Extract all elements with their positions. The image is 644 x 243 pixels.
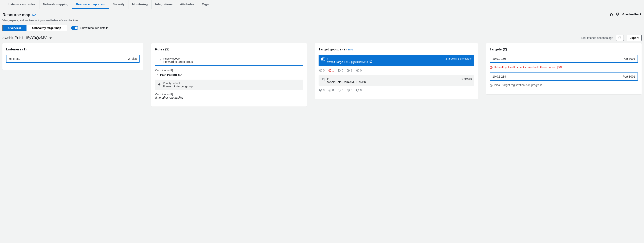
refresh-button[interactable] (616, 35, 624, 41)
tab-resource-map-label: Resource map - (76, 3, 100, 6)
unused-count: 0 (342, 69, 343, 72)
clock-icon (490, 84, 493, 88)
tab-listeners[interactable]: Listeners and rules (4, 0, 40, 9)
conditions-title: Conditions (If) (155, 69, 303, 72)
error-icon (490, 66, 493, 70)
rule-action: Forward to target group (164, 60, 300, 63)
load-balancer-name: awsbit-Publi-H5yY9QzMVupr (2, 36, 52, 40)
listeners-title: Listeners (1) (6, 47, 140, 52)
rule-node-priority-50000[interactable]: Priority 50000 Forward to target group (155, 55, 303, 66)
last-fetched-text: Last fetched seconds ago (581, 36, 613, 40)
target-type: IP (327, 57, 329, 60)
target-group-node-1[interactable]: IP IP 2 targets | 1 unhealthy awsbit-Tar… (318, 55, 474, 66)
arrow-right-icon (157, 83, 161, 87)
listeners-column: Listeners (1) HTTP:80 2 rules (2, 43, 143, 70)
target-port: Port 3001 (623, 57, 635, 60)
target-group-node-2[interactable]: IP IP 0 targets awsbit-Defau-VU4KMISDK5G… (318, 75, 474, 86)
tab-integrations[interactable]: Integrations (152, 0, 176, 9)
rule-action: Forward to target group (163, 85, 301, 88)
initial-count: 1 (351, 69, 352, 72)
listener-node[interactable]: HTTP:80 2 rules (6, 55, 140, 63)
rules-column: Rules (2) Priority 50000 Forward to targ… (151, 43, 307, 107)
give-feedback-link[interactable]: Give feedback (622, 13, 642, 16)
draining-count: 0 (360, 69, 362, 72)
rule-2-conditions: Conditions (If) If no other rule applies (155, 93, 303, 99)
target-ip: 10.0.1.234 (492, 75, 506, 78)
ip-icon: IP (322, 58, 325, 61)
info-link[interactable]: Info (348, 48, 353, 51)
svg-point-0 (319, 69, 322, 72)
healthy-count: 0 (323, 89, 325, 92)
svg-point-13 (340, 90, 340, 90)
target-group-2-stats: 0 0 0 0 0 (318, 89, 474, 92)
target-groups-title: Target groups (2) (318, 47, 347, 52)
rule-priority: Priority default (163, 82, 301, 85)
target-group-name[interactable]: awsbit-Targe-LAGQQSDRMM5X (327, 60, 368, 64)
show-details-toggle[interactable] (71, 26, 78, 30)
rule-node-default[interactable]: Priority default Forward to target group (155, 80, 303, 90)
condition-key: Path Pattern (160, 73, 177, 76)
target-group-summary: 0 targets (462, 77, 472, 80)
target-type: IP (326, 77, 329, 80)
targets-column: Targets (2) 10.0.0.150 Port 3001 Unhealt… (486, 43, 642, 94)
info-link[interactable]: Info (32, 14, 37, 17)
status-text: Unhealthy: Health checks failed with the… (494, 66, 563, 69)
conditions-title: Conditions (If) (155, 93, 303, 96)
condition-value: is /* (177, 73, 182, 76)
tab-monitoring[interactable]: Monitoring (128, 0, 152, 9)
listener-protocol: HTTP:80 (9, 57, 20, 60)
tab-network-mapping[interactable]: Network mapping (40, 0, 72, 9)
target-group-name: awsbit-Defau-VU4KMISDK5GK (326, 80, 472, 84)
rule-1-conditions: Conditions (If) Path Pattern is /* (155, 69, 303, 76)
target-port: Port 3001 (623, 75, 635, 78)
unhealthy-count: 1 (332, 69, 334, 72)
export-button[interactable]: Export (626, 35, 642, 41)
status-text: Initial: Target registration is in progr… (494, 83, 542, 87)
target-node-2[interactable]: 10.0.1.234 Port 3001 (490, 73, 638, 81)
svg-point-12 (339, 90, 339, 90)
target-1-status: Unhealthy: Health checks failed with the… (490, 66, 638, 70)
show-details-label: Show resource details (80, 26, 108, 30)
rule-priority: Priority 50000 (164, 57, 300, 60)
tab-tags[interactable]: Tags (198, 0, 212, 9)
listener-rule-count: 2 rules (128, 57, 137, 60)
draining-count: 0 (360, 89, 362, 92)
initial-count: 0 (351, 89, 352, 92)
page-title: Resource map (2, 13, 30, 17)
unhealthy-count: 0 (332, 89, 334, 92)
ip-icon: IP (321, 78, 324, 81)
rules-title: Rules (2) (155, 47, 303, 52)
new-badge: new (100, 3, 105, 6)
target-group-summary: 2 targets | 1 unhealthy (446, 57, 471, 60)
condition-text: If no other rule applies (155, 96, 303, 99)
tab-resource-map[interactable]: Resource map - new (72, 0, 109, 9)
tab-security[interactable]: Security (109, 0, 128, 9)
external-link-icon[interactable] (369, 60, 372, 64)
overview-button[interactable]: Overview (3, 25, 26, 31)
target-node-1[interactable]: 10.0.0.150 Port 3001 (490, 55, 638, 63)
view-segmented-control: Overview Unhealthy target map (2, 25, 67, 31)
thumbs-up-icon[interactable] (610, 13, 613, 16)
arrow-right-icon (158, 58, 162, 62)
target-ip: 10.0.0.150 (492, 57, 506, 60)
targets-title: Targets (2) (490, 47, 638, 52)
target-2-status: Initial: Target registration is in progr… (490, 83, 638, 88)
healthy-count: 0 (323, 69, 325, 72)
unused-count: 0 (342, 89, 343, 92)
svg-point-8 (319, 89, 322, 91)
page-subtitle: View, explore, and troubleshoot your loa… (0, 19, 644, 25)
thumbs-down-icon[interactable] (616, 13, 620, 16)
target-groups-column: Target groups (2) Info IP IP 2 targets |… (315, 43, 478, 99)
target-group-1-stats: 0 1 0 1 0 (318, 69, 474, 72)
unhealthy-map-button[interactable]: Unhealthy target map (26, 25, 67, 31)
tab-bar: Listeners and rules Network mapping Reso… (0, 0, 644, 9)
tab-attributes[interactable]: Attributes (176, 0, 198, 9)
